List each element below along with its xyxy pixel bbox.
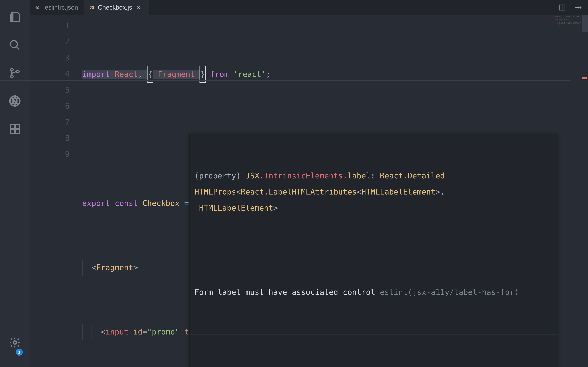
- svg-point-10: [13, 341, 17, 344]
- code-area[interactable]: import React, { Fragment } from 'react';…: [82, 15, 588, 367]
- scrollbar-thumb[interactable]: [582, 15, 588, 32]
- source-control-icon[interactable]: [6, 64, 24, 82]
- close-icon[interactable]: [135, 4, 142, 11]
- minimap-preview: import React, { Fragment } from 'react';…: [555, 16, 581, 27]
- explorer-icon[interactable]: [6, 8, 24, 26]
- debug-disabled-icon[interactable]: [6, 92, 24, 110]
- split-editor-icon[interactable]: [558, 3, 567, 12]
- settings-gear-icon[interactable]: [6, 334, 24, 351]
- hover-lint-message: Form label must have associated control …: [190, 283, 558, 302]
- svg-rect-6: [10, 125, 15, 129]
- tab-eslintrc[interactable]: .eslintrc.json: [30, 0, 84, 15]
- js-badge-icon: JS: [90, 5, 95, 10]
- svg-point-14: [575, 7, 577, 8]
- code-line: import React, { Fragment } from 'react';: [82, 66, 588, 83]
- svg-rect-7: [15, 125, 19, 129]
- svg-point-3: [17, 70, 19, 73]
- editor-title-actions: [552, 0, 588, 15]
- svg-point-0: [10, 41, 17, 48]
- tab-label: Checkbox.js: [98, 0, 132, 15]
- search-icon[interactable]: [6, 36, 24, 54]
- activity-bar: 1: [0, 0, 30, 367]
- app-root: 1 .eslintrc.json JS Checkbox.js: [0, 0, 588, 367]
- svg-point-15: [578, 7, 579, 8]
- tab-label: .eslintrc.json: [43, 0, 78, 15]
- tab-bar: .eslintrc.json JS Checkbox.js: [30, 0, 588, 15]
- hover-widget: (property) JSX.IntrinsicElements.label: …: [189, 134, 558, 367]
- hover-type-info: (property) JSX.IntrinsicElements.label: …: [190, 166, 558, 218]
- svg-point-1: [11, 68, 13, 71]
- settings-badge: 1: [16, 349, 23, 356]
- minimap[interactable]: import React, { Fragment } from 'react';…: [553, 15, 588, 367]
- svg-point-2: [11, 75, 13, 78]
- main-area: .eslintrc.json JS Checkbox.js: [30, 0, 588, 367]
- svg-point-16: [580, 7, 581, 8]
- more-actions-icon[interactable]: [574, 3, 583, 12]
- line-gutter: 1 2 3 4 5 6 7 8 9: [30, 15, 82, 367]
- svg-rect-9: [15, 130, 19, 133]
- editor[interactable]: 1 2 3 4 5 6 7 8 9 import React, { Fragme…: [30, 15, 588, 367]
- overview-error-mark[interactable]: [582, 77, 587, 79]
- svg-marker-12: [37, 7, 38, 8]
- svg-rect-8: [10, 130, 15, 133]
- eslint-icon: [35, 5, 40, 10]
- tab-checkbox-js[interactable]: JS Checkbox.js: [84, 0, 148, 15]
- extensions-icon[interactable]: [6, 120, 24, 138]
